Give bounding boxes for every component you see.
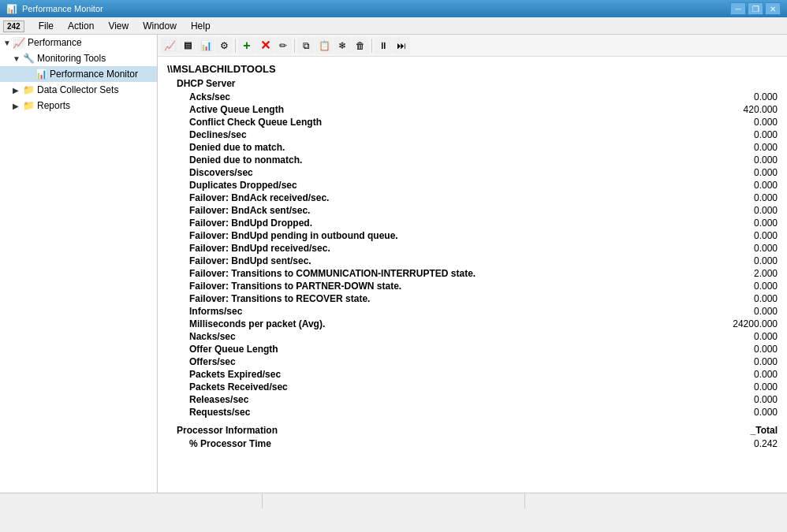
processor-rows: % Processor Time0.242 [167,437,778,450]
stop-button[interactable]: ⏭ [393,37,410,54]
menu-window[interactable]: Window [136,18,183,34]
row-label: Failover: BndAck sent/sec. [189,205,310,216]
row-value: 0.000 [722,344,778,355]
toolbar-separator-3 [371,39,372,53]
row-value: 0.000 [722,331,778,342]
menu-file[interactable]: File [32,18,60,34]
monitoring-tools-icon: 🔧 [22,52,35,65]
row-value: 24200.000 [722,318,778,329]
delete-counter-button[interactable]: ✕ [256,37,274,54]
row-value: 0.000 [722,306,778,317]
table-row: Discovers/sec0.000 [189,166,778,179]
properties-button[interactable]: ⚙ [215,37,233,54]
table-row: Active Queue Length420.000 [189,103,778,116]
tree-label-reports: Reports [37,100,70,111]
dhcp-section: DHCP Server Acks/sec0.000Active Queue Le… [167,78,778,419]
menu-view[interactable]: View [102,18,135,34]
row-label: Discovers/sec [189,167,253,178]
processor-section-heading: Processor Information _Total [177,425,778,436]
row-value: 0.000 [722,218,778,229]
table-row: Failover: BndUpd Dropped.0.000 [189,217,778,229]
row-label: Duplicates Dropped/sec [189,180,297,191]
row-label: Conflict Check Queue Length [189,117,322,128]
table-row: Failover: BndUpd received/sec.0.000 [189,242,778,255]
table-row: Denied due to nonmatch.0.000 [189,154,778,166]
row-label: Declines/sec [189,129,247,140]
row-label: Denied due to match. [189,142,285,153]
table-row: Failover: Transitions to PARTNER-DOWN st… [189,280,778,292]
menu-bar: 242 File Action View Window Help [0,17,787,35]
data-collector-icon: 📁 [22,84,35,96]
row-value: 0.000 [722,407,778,418]
close-button[interactable]: ✕ [765,2,781,15]
row-value: 0.000 [722,91,778,102]
row-label: Nacks/sec [189,331,236,342]
table-row: Requests/sec0.000 [189,406,778,419]
clear-display-button[interactable]: 🗑 [352,37,369,54]
status-section-2 [263,493,525,508]
data-content: \\MSLABCHILDTOOLS DHCP Server Acks/sec0.… [158,57,787,493]
row-label: Offers/sec [189,356,236,367]
table-row: Acks/sec0.000 [189,91,778,103]
menu-action[interactable]: Action [62,18,100,34]
row-value: 0.000 [722,142,778,153]
left-panel: ▼ 📈 Performance ▼ 🔧 Monitoring Tools 📊 P… [0,35,158,493]
row-label: Informs/sec [189,306,242,317]
row-label: Releases/sec [189,394,248,405]
view-graph-button[interactable]: 📈 [161,37,178,54]
expand-icon-monitoring: ▼ [13,54,22,63]
toolbar-separator-1 [235,39,236,53]
tree-item-performance-monitor[interactable]: 📊 Performance Monitor [0,66,157,82]
row-value: 0.000 [722,180,778,191]
expand-icon: ▼ [3,39,13,47]
table-row: Failover: BndAck received/sec.0.000 [189,192,778,204]
table-row: % Processor Time0.242 [189,437,778,450]
row-value: 2.000 [722,268,778,279]
tree-label-data-collector-sets: Data Collector Sets [37,84,118,95]
table-row: Milliseconds per packet (Avg).24200.000 [189,318,778,330]
view-report-button[interactable]: ▤ [179,37,196,54]
restore-button[interactable]: ❐ [748,2,763,15]
row-label: Offer Queue Length [189,344,278,355]
row-value: 420.000 [722,104,778,115]
counter-badge: 242 [3,20,24,32]
pause-button[interactable]: ⏸ [375,37,392,54]
copy-properties-button[interactable]: ⧉ [297,37,315,54]
row-value: 0.000 [722,356,778,367]
right-toolbar: 📈 ▤ 📊 ⚙ + ✕ ✏ ⧉ 📋 ❄ 🗑 ⏸ ⏭ [158,35,787,57]
expand-icon-collector: ▶ [13,86,22,95]
tree-item-reports[interactable]: ▶ 📁 Reports [0,98,157,113]
row-value: 0.000 [722,205,778,216]
dhcp-rows: Acks/sec0.000Active Queue Length420.000C… [167,91,778,419]
tree-item-data-collector-sets[interactable]: ▶ 📁 Data Collector Sets [0,82,157,98]
table-row: Packets Received/sec0.000 [189,381,778,393]
processor-instance: _Total [722,425,778,436]
app-icon: 📊 [6,4,17,14]
table-row: Failover: BndUpd sent/sec.0.000 [189,255,778,267]
expand-icon-reports: ▶ [13,102,22,110]
table-row: Failover: BndAck sent/sec.0.000 [189,204,778,217]
highlight-button[interactable]: ✏ [274,37,292,54]
view-histogram-button[interactable]: 📊 [197,37,214,54]
table-row: Declines/sec0.000 [189,128,778,141]
tree-item-monitoring-tools[interactable]: ▼ 🔧 Monitoring Tools [0,50,157,66]
status-section-3 [525,493,787,508]
title-bar-controls[interactable]: ─ ❐ ✕ [730,2,781,15]
tree-item-performance[interactable]: ▼ 📈 Performance [0,35,157,50]
table-row: Nacks/sec0.000 [189,330,778,343]
row-label: Failover: BndUpd sent/sec. [189,255,311,266]
row-label: Failover: BndUpd Dropped. [189,218,312,229]
row-value: 0.000 [722,394,778,405]
table-row: Failover: Transitions to COMMUNICATION-I… [189,267,778,280]
minimize-button[interactable]: ─ [730,2,746,15]
freeze-display-button[interactable]: ❄ [334,37,351,54]
row-label: Failover: BndAck received/sec. [189,192,329,203]
row-value: 0.242 [722,438,778,449]
paste-counter-button[interactable]: 📋 [315,37,333,54]
tree-label-monitoring-tools: Monitoring Tools [37,53,106,64]
menu-help[interactable]: Help [185,18,217,34]
row-value: 0.000 [722,369,778,380]
add-counter-button[interactable]: + [238,37,255,54]
row-value: 0.000 [722,243,778,254]
row-label: Denied due to nonmatch. [189,154,302,166]
